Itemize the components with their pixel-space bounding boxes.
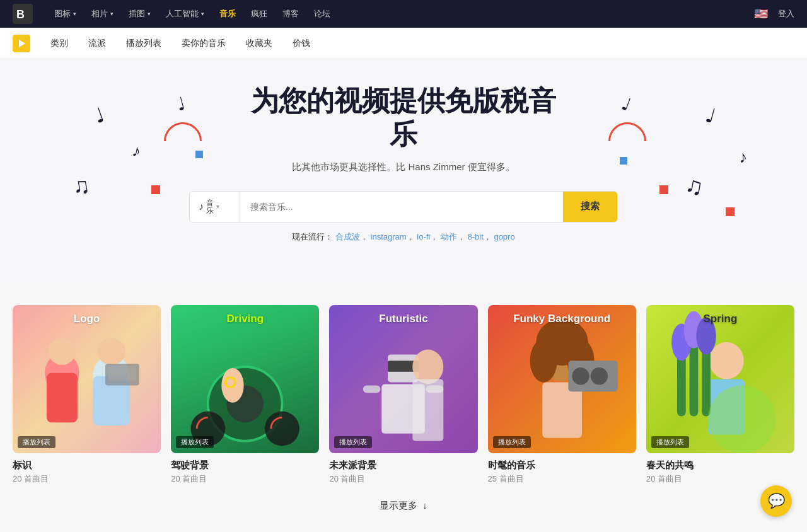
search-bar: ♪ 音 乐 ▾ 搜索 xyxy=(189,191,618,223)
playlist-thumb-futuristic: Futuristic 播放列表 xyxy=(329,305,477,453)
playlist-card-spring[interactable]: Spring 播放列表 春天的共鸣 20 首曲目 xyxy=(646,305,794,485)
card-name-driving: 驾驶背景 xyxy=(171,460,319,471)
playlist-card-logo[interactable]: Logo 播放列表 标识 20 首曲目 xyxy=(13,305,161,485)
search-button[interactable]: 搜索 xyxy=(563,192,617,222)
playlist-badge-driving: 播放列表 xyxy=(176,436,214,448)
chevron-down-icon: ▾ xyxy=(73,11,76,17)
search-input[interactable] xyxy=(240,192,563,222)
chevron-down-icon: ▾ xyxy=(216,203,219,210)
playlist-grid: Logo 播放列表 标识 20 首曲目 xyxy=(13,305,794,485)
playlist-badge-logo: 播放列表 xyxy=(18,436,55,448)
trending-section: 现在流行： 合成波， instagram， lo-fi， 动作， 8-bit， … xyxy=(13,231,794,243)
site-logo[interactable]: B xyxy=(13,4,33,24)
chevron-down-icon: ▾ xyxy=(110,11,113,17)
card-title-funky: Funky Background xyxy=(488,313,636,325)
card-bg-logo xyxy=(13,305,161,453)
svg-point-32 xyxy=(590,367,607,385)
svg-point-8 xyxy=(97,338,125,365)
deco-sq-red-1 xyxy=(151,185,160,194)
language-flag-icon[interactable]: 🇺🇸 xyxy=(754,7,768,21)
nav2-item-favorites[interactable]: 收藏夹 xyxy=(236,34,282,53)
svg-point-27 xyxy=(530,339,557,383)
top-nav-items: 图标 ▾ 相片 ▾ 插图 ▾ 人工智能 ▾ 音乐 疯狂 博客 论坛 xyxy=(48,6,754,22)
card-name-funky: 时髦的音乐 xyxy=(488,460,636,471)
nav-item-music[interactable]: 音乐 xyxy=(213,6,242,22)
deco-note-3: ♫ xyxy=(71,171,92,200)
card-title-futuristic: Futuristic xyxy=(329,313,477,325)
nav-item-crazy[interactable]: 疯狂 xyxy=(245,6,274,22)
svg-rect-6 xyxy=(47,373,78,422)
card-bg-spring xyxy=(646,305,794,453)
nav-item-icons[interactable]: 图标 ▾ xyxy=(48,6,83,22)
login-button[interactable]: 登入 xyxy=(778,8,794,20)
playlist-thumb-funky: Funky Background 播放列表 xyxy=(488,305,636,453)
svg-point-5 xyxy=(49,338,76,365)
card-title-driving: Driving xyxy=(171,313,319,325)
nav2-item-price[interactable]: 价钱 xyxy=(282,34,320,53)
card-bg-funky xyxy=(488,305,636,453)
trending-tag-3[interactable]: 动作 xyxy=(441,232,457,241)
card-count-driving: 20 首曲目 xyxy=(171,473,319,485)
top-nav-right: 🇺🇸 登入 xyxy=(754,7,794,21)
svg-rect-21 xyxy=(363,385,380,393)
svg-point-14 xyxy=(222,368,244,403)
chevron-down-icon: ▾ xyxy=(201,11,204,17)
card-title-spring: Spring xyxy=(646,313,794,325)
trending-tag-2[interactable]: lo-fi xyxy=(417,232,430,241)
chat-bubble-button[interactable]: 💬 xyxy=(760,485,792,517)
card-title-logo: Logo xyxy=(13,313,161,325)
nav2-item-sell[interactable]: 卖你的音乐 xyxy=(171,34,236,53)
trending-tag-0[interactable]: 合成波 xyxy=(335,232,360,241)
card-name-futuristic: 未来派背景 xyxy=(329,460,477,471)
card-count-spring: 20 首曲目 xyxy=(646,473,794,485)
nav2-item-playlist[interactable]: 播放列表 xyxy=(116,34,171,53)
chevron-down-icon: ▾ xyxy=(148,11,151,17)
nav2-item-genre[interactable]: 类别 xyxy=(40,34,78,53)
nav-item-ai[interactable]: 人工智能 ▾ xyxy=(160,6,211,22)
svg-point-23 xyxy=(413,350,444,385)
card-count-logo: 20 首曲目 xyxy=(13,473,161,485)
svg-point-41 xyxy=(708,385,776,453)
playlist-thumb-driving: Driving 播放列表 xyxy=(171,305,319,453)
hero-subtitle: 比其他市场更具选择性。比 Hans Zimmer 便宜得多。 xyxy=(13,161,794,173)
card-count-futuristic: 20 首曲目 xyxy=(329,473,477,485)
second-navigation: 类别 流派 播放列表 卖你的音乐 收藏夹 价钱 xyxy=(0,28,807,59)
search-type-selector[interactable]: ♪ 音 乐 ▾ xyxy=(190,192,240,222)
music-note-icon: ♪ xyxy=(199,201,204,212)
show-more-button[interactable]: 显示更多 ↓ xyxy=(0,485,807,532)
nav-item-photos[interactable]: 相片 ▾ xyxy=(85,6,120,22)
playlist-badge-funky: 播放列表 xyxy=(493,436,531,448)
top-navigation: B 图标 ▾ 相片 ▾ 插图 ▾ 人工智能 ▾ 音乐 疯狂 博客 论坛 xyxy=(0,0,807,28)
deco-note-6: ♫ xyxy=(683,171,705,201)
trending-tag-5[interactable]: gopro xyxy=(494,232,514,241)
card-count-funky: 25 首曲目 xyxy=(488,473,636,485)
deco-sq-red-3 xyxy=(726,207,734,216)
playlists-section: Logo 播放列表 标识 20 首曲目 xyxy=(0,286,807,485)
playlist-card-funky[interactable]: Funky Background 播放列表 时髦的音乐 25 首曲目 xyxy=(488,305,636,485)
playlist-thumb-spring: Spring 播放列表 xyxy=(646,305,794,453)
svg-point-17 xyxy=(265,412,299,446)
card-name-spring: 春天的共鸣 xyxy=(646,460,794,471)
svg-text:B: B xyxy=(16,8,25,21)
card-name-logo: 标识 xyxy=(13,460,161,471)
card-bg-futuristic xyxy=(329,305,477,453)
playlist-badge-spring: 播放列表 xyxy=(651,436,689,448)
second-nav-items: 类别 流派 播放列表 卖你的音乐 收藏夹 价钱 xyxy=(40,34,320,53)
playlist-card-driving[interactable]: Driving 播放列表 驾驶背景 20 首曲目 xyxy=(171,305,319,485)
nav-item-illustrations[interactable]: 插图 ▾ xyxy=(122,6,157,22)
playlist-card-futuristic[interactable]: Futuristic 播放列表 未来派背景 20 首曲目 xyxy=(329,305,477,485)
card-bg-driving xyxy=(171,305,319,453)
music-brand-icon[interactable] xyxy=(13,35,30,52)
arrow-down-icon: ↓ xyxy=(422,500,427,511)
nav2-item-style[interactable]: 流派 xyxy=(78,34,116,53)
svg-point-31 xyxy=(572,367,589,385)
trending-tag-1[interactable]: instagram xyxy=(371,232,407,241)
trending-tag-4[interactable]: 8-bit xyxy=(467,232,483,241)
svg-rect-24 xyxy=(413,379,444,441)
nav-item-blog[interactable]: 博客 xyxy=(276,6,305,22)
deco-sq-blue-1 xyxy=(195,151,203,158)
playlist-badge-futuristic: 播放列表 xyxy=(334,436,372,448)
deco-sq-red-2 xyxy=(659,185,668,194)
nav-item-forum[interactable]: 论坛 xyxy=(308,6,337,22)
playlist-thumb-logo: Logo 播放列表 xyxy=(13,305,161,453)
